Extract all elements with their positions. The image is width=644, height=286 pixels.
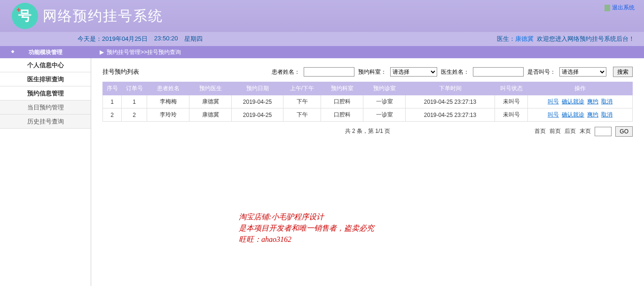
page-go-button[interactable]: GO (615, 126, 633, 137)
cell-order: 1 (122, 95, 147, 108)
col-header-7: 预约诊室 (363, 82, 406, 95)
app-header: + 号 网络预约挂号系统 退出系统 (0, 0, 644, 32)
action-link-2[interactable]: 爽约 (587, 98, 598, 105)
today-prefix: 今天是： (78, 35, 102, 42)
action-link-3[interactable]: 取消 (601, 111, 613, 118)
doctor-name-label: 医生姓名： (441, 68, 469, 76)
action-link-1[interactable]: 确认就诊 (562, 111, 584, 118)
doctor-label: 医生： (497, 35, 515, 42)
cell-actions: 叫号确认就诊爽约取消 (528, 95, 633, 108)
watermark: 淘宝店铺:小毛驴程序设计 是本项目开发者和唯一销售者，盗卖必究 旺旺：ahao3… (239, 211, 374, 245)
breadcrumb-bar: 功能模块管理 ▶预约挂号管理>>挂号预约查询 (0, 46, 644, 58)
cell-room: 一诊室 (363, 95, 406, 108)
cell-date: 2019-04-25 (232, 95, 283, 108)
table-row: 11李梅梅康德冀2019-04-25下午口腔科一诊室2019-04-25 23:… (103, 95, 633, 108)
search-button[interactable]: 搜索 (613, 67, 633, 77)
page-input[interactable] (595, 127, 612, 136)
sidebar-item-2[interactable]: 预约信息管理 (0, 86, 91, 100)
col-header-10: 操作 (528, 82, 633, 95)
info-left: 今天是：2019年04月25日 23:50:20 星期四 (78, 35, 203, 43)
patient-name-label: 患者姓名： (272, 68, 300, 76)
cell-dept: 口腔科 (321, 95, 363, 108)
breadcrumb-section: 功能模块管理 (0, 48, 91, 56)
sidebar-item-0[interactable]: 个人信息中心 (0, 58, 91, 72)
col-header-1: 订单号 (122, 82, 147, 95)
cell-doctor: 康德冀 (189, 95, 232, 108)
list-title: 挂号预约列表 (102, 68, 139, 76)
cell-room: 一诊室 (363, 108, 406, 122)
cell-doctor: 康德冀 (189, 108, 232, 122)
cell-time: 2019-04-25 23:27:13 (406, 108, 495, 122)
sidebar-item-1[interactable]: 医生排班查询 (0, 72, 91, 86)
welcome-text: 欢迎您进入网络预约挂号系统后台！ (537, 35, 635, 42)
cell-seq: 2 (103, 108, 122, 122)
cell-time: 2019-04-25 23:27:13 (406, 95, 495, 108)
table-row: 22李玲玲康德冀2019-04-25下午口腔科一诊室2019-04-25 23:… (103, 108, 633, 122)
page-nav: 首页 前页 后页 末页 GO (534, 126, 633, 137)
action-link-0[interactable]: 叫号 (548, 98, 559, 105)
page-first[interactable]: 首页 (534, 127, 546, 135)
col-header-8: 下单时间 (406, 82, 495, 95)
page-summary: 共 2 条，第 1/1 页 (345, 127, 391, 135)
page-prev[interactable]: 前页 (550, 127, 561, 135)
cell-actions: 叫号确认就诊爽约取消 (528, 108, 633, 122)
dept-label: 预约科室： (358, 68, 386, 76)
watermark-line2: 是本项目开发者和唯一销售者，盗卖必究 (239, 223, 374, 234)
col-header-0: 序号 (103, 82, 122, 95)
exit-icon (605, 5, 610, 11)
pagination: 共 2 条，第 1/1 页 首页 前页 后页 末页 GO (102, 127, 633, 135)
page-last[interactable]: 末页 (580, 127, 591, 135)
cell-order: 2 (122, 108, 147, 122)
today-date: 2019年04月25日 (102, 35, 148, 42)
breadcrumb-arrow-icon: ▶ (100, 49, 104, 55)
cell-ampm: 下午 (283, 108, 321, 122)
doctor-name-input[interactable] (473, 67, 524, 77)
patient-name-input[interactable] (304, 67, 354, 77)
cell-ampm: 下午 (283, 95, 321, 108)
logo-plus-icon: + (16, 6, 21, 14)
content: 挂号预约列表 患者姓名： 预约科室： 请选择 医生姓名： 是否叫号： 请选择 搜… (91, 58, 644, 286)
col-header-9: 叫号状态 (495, 82, 528, 95)
called-label: 是否叫号： (527, 68, 556, 76)
main: 个人信息中心医生排班查询预约信息管理当日预约管理历史挂号查询 挂号预约列表 患者… (0, 58, 644, 286)
info-right: 医生：康德冀 欢迎您进入网络预约挂号系统后台！ (497, 35, 635, 43)
watermark-line3: 旺旺：ahao3162 (239, 234, 374, 245)
cell-patient: 李玲玲 (147, 108, 189, 122)
doctor-name-link[interactable]: 康德冀 (515, 35, 534, 42)
cell-dept: 口腔科 (321, 108, 363, 122)
col-header-3: 预约医生 (189, 82, 232, 95)
col-header-5: 上午/下午 (283, 82, 321, 95)
logo: + 号 (12, 3, 38, 29)
action-link-1[interactable]: 确认就诊 (562, 98, 584, 105)
breadcrumb-text: 预约挂号管理>>挂号预约查询 (107, 49, 181, 55)
sidebar: 个人信息中心医生排班查询预约信息管理当日预约管理历史挂号查询 (0, 58, 91, 286)
cell-status: 未叫号 (495, 108, 528, 122)
exit-link[interactable]: 退出系统 (605, 4, 635, 12)
system-title: 网络预约挂号系统 (43, 7, 163, 26)
sidebar-item-3[interactable]: 当日预约管理 (0, 100, 91, 115)
filter-row: 挂号预约列表 患者姓名： 预约科室： 请选择 医生姓名： 是否叫号： 请选择 搜… (102, 67, 633, 77)
appointments-table: 序号订单号患者姓名预约医生预约日期上午/下午预约科室预约诊室下单时间叫号状态操作… (102, 82, 633, 122)
col-header-4: 预约日期 (232, 82, 283, 95)
sidebar-item-4[interactable]: 历史挂号查询 (0, 115, 91, 129)
breadcrumb-path: ▶预约挂号管理>>挂号预约查询 (91, 48, 181, 56)
cell-patient: 李梅梅 (147, 95, 189, 108)
col-header-2: 患者姓名 (147, 82, 189, 95)
page-next[interactable]: 后页 (565, 127, 576, 135)
called-select[interactable]: 请选择 (559, 67, 606, 77)
cell-date: 2019-04-25 (232, 108, 283, 122)
exit-label: 退出系统 (612, 4, 635, 12)
watermark-line1: 淘宝店铺:小毛驴程序设计 (239, 211, 374, 223)
info-bar: 今天是：2019年04月25日 23:50:20 星期四 医生：康德冀 欢迎您进… (0, 32, 644, 46)
col-header-6: 预约科室 (321, 82, 363, 95)
action-link-3[interactable]: 取消 (601, 98, 613, 105)
today-weekday: 星期四 (184, 35, 203, 43)
action-link-2[interactable]: 爽约 (587, 111, 598, 118)
cell-seq: 1 (103, 95, 122, 108)
today-time: 23:50:20 (154, 35, 178, 43)
action-link-0[interactable]: 叫号 (548, 111, 559, 118)
cell-status: 未叫号 (495, 95, 528, 108)
dept-select[interactable]: 请选择 (390, 67, 437, 77)
